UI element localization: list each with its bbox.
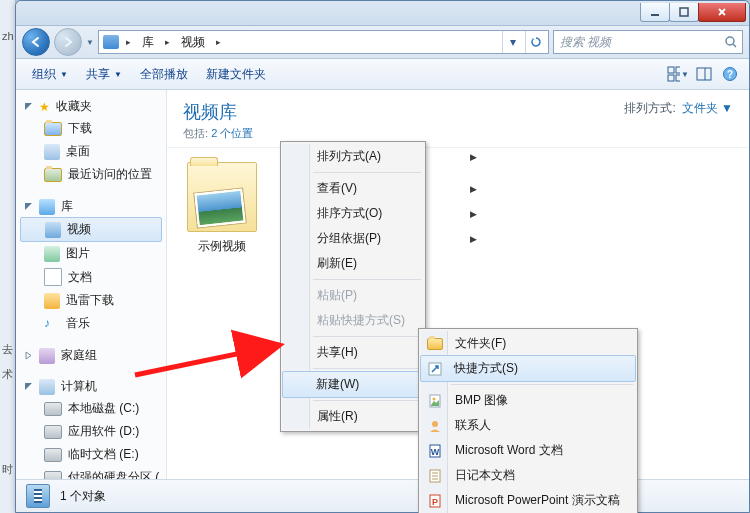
ctx-item-view[interactable]: 查看(V) xyxy=(283,176,485,201)
drive-icon xyxy=(44,425,62,439)
tree-label: 计算机 xyxy=(61,378,97,395)
homegroup-icon xyxy=(39,348,55,364)
tree-label: 家庭组 xyxy=(61,347,97,364)
tree-item-videos[interactable]: 视频 xyxy=(20,217,162,242)
folder-thumbnail xyxy=(187,162,257,232)
svg-text:W: W xyxy=(431,447,440,457)
tree-item-drive-c[interactable]: 本地磁盘 (C:) xyxy=(16,397,166,420)
address-row: ▼ ▸ 库 ▸ 视频 ▸ ▾ xyxy=(16,26,749,59)
tree-item-desktop[interactable]: 桌面 xyxy=(16,140,166,163)
close-button[interactable] xyxy=(698,3,746,22)
svg-rect-0 xyxy=(651,14,659,16)
tree-item-music[interactable]: ♪音乐 xyxy=(16,312,166,335)
sub-item-shortcut[interactable]: 快捷方式(S) xyxy=(420,355,636,382)
tree-item-thunder[interactable]: 迅雷下载 xyxy=(16,289,166,312)
svg-point-14 xyxy=(432,421,438,427)
ctx-item-refresh[interactable]: 刷新(E) xyxy=(283,251,485,276)
sub-item-folder[interactable]: 文件夹(F) xyxy=(421,331,635,356)
nav-back-button[interactable] xyxy=(22,28,50,56)
thunder-icon xyxy=(44,293,60,309)
tree-label: 收藏夹 xyxy=(56,98,92,115)
picture-library-icon xyxy=(44,246,60,262)
svg-text:P: P xyxy=(432,497,438,507)
organize-button[interactable]: 组织▼ xyxy=(24,62,76,87)
drive-icon xyxy=(44,471,62,480)
tree-libraries[interactable]: 库 xyxy=(16,196,166,217)
ctx-item-groupby[interactable]: 分组依据(P) xyxy=(283,226,485,251)
view-mode-button[interactable]: ▼ xyxy=(667,63,689,85)
sub-item-contact[interactable]: 联系人 xyxy=(421,413,635,438)
expand-icon[interactable] xyxy=(24,351,33,360)
chevron-right-icon[interactable]: ▸ xyxy=(162,37,173,47)
status-bar: 1 个对象 xyxy=(16,479,749,512)
playall-button[interactable]: 全部播放 xyxy=(132,62,196,87)
tree-item-recent[interactable]: 最近访问的位置 xyxy=(16,163,166,186)
ctx-item-sortby[interactable]: 排序方式(O) xyxy=(283,201,485,226)
includes-link[interactable]: 2 个位置 xyxy=(211,127,253,139)
folder-icon xyxy=(44,168,62,182)
sub-item-word[interactable]: W Microsoft Word 文档 xyxy=(421,438,635,463)
tree-item-pictures[interactable]: 图片 xyxy=(16,242,166,265)
arrange-by: 排列方式: 文件夹 ▼ xyxy=(624,100,733,117)
tree-favorites[interactable]: ★ 收藏夹 xyxy=(16,96,166,117)
arrange-by-value[interactable]: 文件夹 ▼ xyxy=(682,100,733,117)
drive-icon xyxy=(44,448,62,462)
tree-item-documents[interactable]: 文档 xyxy=(16,265,166,289)
library-icon xyxy=(39,199,55,215)
drive-icon xyxy=(44,402,62,416)
tree-item-drive-f[interactable]: 付强的硬盘分区 ( xyxy=(16,466,166,479)
status-text: 1 个对象 xyxy=(60,488,106,505)
collapse-icon[interactable] xyxy=(24,382,33,391)
chevron-right-icon[interactable]: ▸ xyxy=(213,37,224,47)
search-box[interactable] xyxy=(553,30,743,54)
context-submenu-new: 文件夹(F) 快捷方式(S) BMP 图像 联系人 W Microsoft Wo… xyxy=(418,328,638,513)
star-icon: ★ xyxy=(39,100,50,114)
minimize-button[interactable] xyxy=(640,3,670,22)
context-menu: 排列方式(A) 查看(V) 排序方式(O) 分组依据(P) 刷新(E) 粘贴(P… xyxy=(280,141,426,432)
word-icon: W xyxy=(427,443,443,459)
chevron-right-icon[interactable]: ▸ xyxy=(123,37,134,47)
maximize-button[interactable] xyxy=(669,3,699,22)
breadcrumb-bar[interactable]: ▸ 库 ▸ 视频 ▸ ▾ xyxy=(98,30,549,54)
help-button[interactable]: ? xyxy=(719,63,741,85)
file-name: 示例视频 xyxy=(177,238,267,255)
status-thumb-icon xyxy=(26,484,50,508)
collapse-icon[interactable] xyxy=(24,202,33,211)
ctx-item-arrange[interactable]: 排列方式(A) xyxy=(283,144,485,169)
document-library-icon xyxy=(44,268,62,286)
tree-computer[interactable]: 计算机 xyxy=(16,376,166,397)
svg-rect-5 xyxy=(668,75,674,81)
tree-item-drive-e[interactable]: 临时文档 (E:) xyxy=(16,443,166,466)
search-input[interactable] xyxy=(558,34,720,50)
sub-item-journal[interactable]: 日记本文档 xyxy=(421,463,635,488)
journal-icon xyxy=(427,468,443,484)
address-dd[interactable]: ▾ xyxy=(502,31,523,53)
powerpoint-icon: P xyxy=(427,493,443,509)
folder-icon xyxy=(427,336,443,352)
nav-forward-button[interactable] xyxy=(54,28,82,56)
library-includes: 包括: 2 个位置 xyxy=(183,126,253,141)
svg-rect-1 xyxy=(680,8,688,16)
svg-rect-6 xyxy=(676,75,680,81)
svg-rect-4 xyxy=(676,67,680,73)
newfolder-button[interactable]: 新建文件夹 xyxy=(198,62,274,87)
titlebar[interactable] xyxy=(16,1,749,26)
sub-item-bmp[interactable]: BMP 图像 xyxy=(421,388,635,413)
share-button[interactable]: 共享▼ xyxy=(78,62,130,87)
collapse-icon[interactable] xyxy=(24,102,33,111)
crumb-root[interactable]: 库 xyxy=(136,31,160,53)
library-title: 视频库 xyxy=(183,100,253,124)
tree-homegroup[interactable]: 家庭组 xyxy=(16,345,166,366)
sub-item-powerpoint[interactable]: P Microsoft PowerPoint 演示文稿 xyxy=(421,488,635,513)
tree-item-downloads[interactable]: 下载 xyxy=(16,117,166,140)
nav-history-dd[interactable]: ▼ xyxy=(86,38,94,47)
folder-icon xyxy=(44,122,62,136)
preview-pane-button[interactable] xyxy=(693,63,715,85)
toolbar: 组织▼ 共享▼ 全部播放 新建文件夹 ▼ ? xyxy=(16,59,749,90)
refresh-button[interactable] xyxy=(525,31,546,53)
file-item-sample-videos[interactable]: 示例视频 xyxy=(177,162,267,255)
explorer-window: ▼ ▸ 库 ▸ 视频 ▸ ▾ 组织▼ 共享▼ 全部播放 新建文件夹 ▼ ? xyxy=(15,0,750,513)
crumb-item[interactable]: 视频 xyxy=(175,31,211,53)
search-icon xyxy=(724,35,738,49)
tree-item-drive-d[interactable]: 应用软件 (D:) xyxy=(16,420,166,443)
